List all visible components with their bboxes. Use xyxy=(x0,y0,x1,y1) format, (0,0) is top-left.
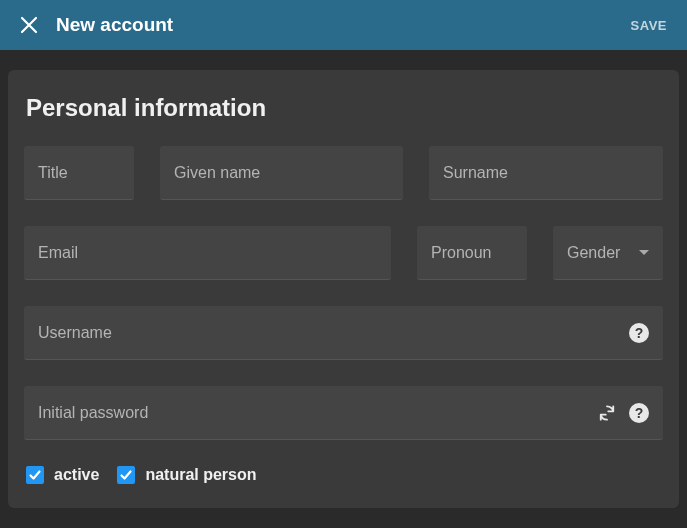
given-name-label: Given name xyxy=(174,164,389,182)
username-label: Username xyxy=(38,324,629,342)
row-contact: Email Pronoun Gender xyxy=(24,226,663,280)
surname-label: Surname xyxy=(443,164,649,182)
section-title: Personal information xyxy=(24,94,663,122)
email-field[interactable]: Email xyxy=(24,226,391,280)
checkbox-box xyxy=(26,466,44,484)
checkbox-box xyxy=(117,466,135,484)
username-field-actions: ? xyxy=(629,323,649,343)
form-card: Personal information Title Given name Su… xyxy=(8,70,679,508)
dialog-header: New account SAVE xyxy=(0,0,687,50)
username-field[interactable]: Username ? xyxy=(24,306,663,360)
gender-select[interactable]: Gender xyxy=(553,226,663,280)
check-icon xyxy=(119,468,133,482)
regenerate-button[interactable] xyxy=(597,403,617,423)
initial-password-field[interactable]: Initial password ? xyxy=(24,386,663,440)
given-name-field[interactable]: Given name xyxy=(160,146,403,200)
row-username: Username ? xyxy=(24,306,663,360)
chevron-down-icon xyxy=(639,250,649,256)
row-name: Title Given name Surname xyxy=(24,146,663,200)
checkbox-row: active natural person xyxy=(24,466,663,484)
initial-password-label: Initial password xyxy=(38,404,597,422)
surname-field[interactable]: Surname xyxy=(429,146,663,200)
help-icon[interactable]: ? xyxy=(629,323,649,343)
pronoun-field[interactable]: Pronoun xyxy=(417,226,527,280)
title-field[interactable]: Title xyxy=(24,146,134,200)
help-icon[interactable]: ? xyxy=(629,403,649,423)
title-label: Title xyxy=(38,164,120,182)
password-field-actions: ? xyxy=(597,403,649,423)
active-checkbox-label: active xyxy=(54,466,99,484)
email-label: Email xyxy=(38,244,377,262)
save-button[interactable]: SAVE xyxy=(631,18,667,33)
pronoun-label: Pronoun xyxy=(431,244,513,262)
active-checkbox[interactable]: active xyxy=(26,466,99,484)
check-icon xyxy=(28,468,42,482)
natural-person-checkbox[interactable]: natural person xyxy=(117,466,256,484)
dialog-title: New account xyxy=(56,14,613,36)
natural-person-checkbox-label: natural person xyxy=(145,466,256,484)
row-password: Initial password ? xyxy=(24,386,663,440)
refresh-icon xyxy=(597,403,617,423)
close-icon xyxy=(20,16,38,34)
close-button[interactable] xyxy=(20,16,38,34)
gender-label: Gender xyxy=(567,244,639,262)
